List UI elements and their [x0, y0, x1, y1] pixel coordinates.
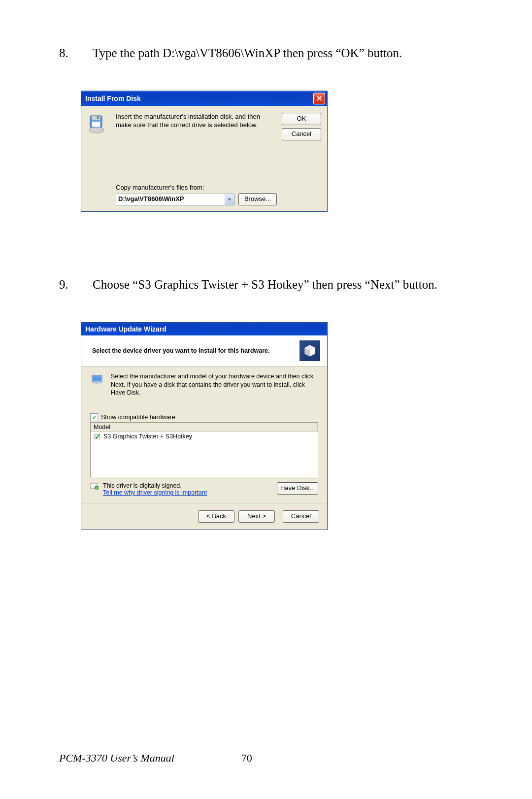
model-item-label: S3 Graphics Twister + S3Hotkey — [103, 433, 192, 440]
dialog-title: Install From Disk — [85, 95, 141, 102]
copy-from-label: Copy manufacturer's files from: — [116, 184, 277, 191]
signed-driver-icon — [94, 433, 101, 440]
footer-page-number: 70 — [241, 752, 252, 765]
dialog-icon-col — [87, 113, 116, 205]
next-button[interactable]: Next > — [238, 510, 275, 523]
footer-title: PCM-3370 User’s Manual — [59, 752, 174, 765]
svg-rect-3 — [92, 122, 100, 127]
package-icon — [302, 343, 317, 358]
instruction-step-8: 8. Type the path D:\vga\VT8606\WinXP the… — [59, 44, 473, 62]
path-combobox[interactable]: D:\vga\VT8606\WinXP — [116, 194, 234, 205]
hardware-update-wizard-container: Hardware Update Wizard Select the device… — [81, 322, 473, 530]
install-from-disk-dialog: Install From Disk ✕ Insert the man — [81, 91, 328, 212]
have-disk-button[interactable]: Have Disk... — [277, 482, 318, 495]
browse-button[interactable]: Browse... — [238, 193, 277, 205]
model-list-item[interactable]: S3 Graphics Twister + S3Hotkey — [91, 432, 318, 441]
step-text: Choose “S3 Graphics Twister + S3 Hotkey”… — [93, 276, 473, 294]
signing-info-link[interactable]: Tell me why driver signing is important — [103, 489, 207, 496]
combobox-arrow[interactable] — [225, 194, 234, 205]
page-footer: PCM-3370 User’s Manual 70 — [59, 752, 473, 765]
back-button[interactable]: < Back — [198, 510, 234, 523]
instruction-step-9: 9. Choose “S3 Graphics Twister + S3 Hotk… — [59, 276, 473, 294]
floppy-disk-icon — [87, 114, 108, 134]
dialog-message: Insert the manufacturer's installation d… — [116, 113, 277, 130]
wizard-info-row: Select the manufacturer and model of you… — [90, 372, 318, 397]
svg-rect-6 — [93, 376, 101, 381]
model-list[interactable]: Model S3 Graphics Twister + S3Hotkey — [90, 422, 318, 477]
close-icon: ✕ — [316, 94, 323, 103]
wizard-icon — [299, 340, 320, 361]
cancel-button[interactable]: Cancel — [282, 128, 321, 140]
step-number: 9. — [59, 276, 93, 294]
signed-row: This driver is digitally signed. Tell me… — [90, 482, 318, 496]
path-input[interactable]: D:\vga\VT8606\WinXP — [116, 194, 225, 205]
svg-point-4 — [89, 127, 104, 133]
chevron-down-icon — [228, 199, 232, 200]
svg-rect-7 — [95, 382, 99, 384]
wizard-header: Select the device driver you want to ins… — [81, 335, 327, 366]
dialog-body: Insert the manufacturer's installation d… — [81, 106, 327, 211]
dialog-main-col: Insert the manufacturer's installation d… — [116, 113, 282, 205]
wizard-title: Hardware Update Wizard — [85, 325, 166, 333]
copy-from-row: D:\vga\VT8606\WinXP Browse... — [116, 193, 277, 205]
hardware-icon — [90, 372, 105, 397]
manual-page: 8. Type the path D:\vga\VT8606\WinXP the… — [0, 0, 532, 530]
wizard-body: Select the manufacturer and model of you… — [81, 366, 327, 503]
ok-button[interactable]: OK — [282, 113, 321, 125]
wizard-heading: Select the device driver you want to ins… — [92, 347, 270, 354]
wizard-info-text: Select the manufacturer and model of you… — [111, 372, 318, 397]
dialog-titlebar: Install From Disk ✕ — [81, 91, 327, 106]
svg-rect-2 — [97, 116, 99, 119]
close-button[interactable]: ✕ — [313, 93, 325, 104]
cancel-button[interactable]: Cancel — [283, 510, 319, 523]
show-compatible-row[interactable]: ✓ Show compatible hardware — [90, 413, 318, 421]
model-column-header: Model — [91, 423, 318, 432]
signed-left: This driver is digitally signed. Tell me… — [90, 482, 207, 496]
install-from-disk-dialog-container: Install From Disk ✕ Insert the man — [81, 91, 473, 212]
svg-point-10 — [95, 486, 99, 490]
step-number: 8. — [59, 44, 93, 62]
signed-text: This driver is digitally signed. — [103, 482, 207, 489]
dialog-button-col: OK Cancel — [282, 113, 321, 205]
wizard-footer: < Back Next > Cancel — [81, 503, 327, 530]
show-compatible-label: Show compatible hardware — [101, 414, 175, 421]
wizard-titlebar: Hardware Update Wizard — [81, 323, 327, 335]
hardware-update-wizard: Hardware Update Wizard Select the device… — [81, 322, 328, 530]
certificate-icon — [90, 482, 99, 490]
step-text: Type the path D:\vga\VT8606\WinXP then p… — [93, 44, 473, 62]
show-compatible-checkbox[interactable]: ✓ — [90, 413, 98, 421]
